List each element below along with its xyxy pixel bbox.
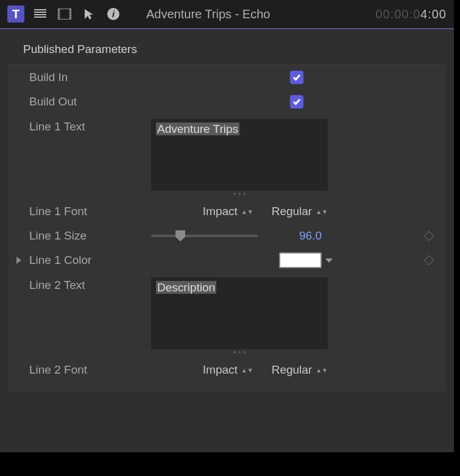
filmstrip-icon <box>58 9 71 20</box>
keyframe-button[interactable] <box>424 255 434 266</box>
titlebar: T i Adventure Trips - Echo 00:00:04:00 <box>0 0 454 28</box>
tab-paragraph[interactable] <box>32 5 49 23</box>
line1-size-slider[interactable] <box>151 235 258 237</box>
line1-text-input[interactable]: Adventure Trips <box>151 119 328 191</box>
param-line1-size: Line 1 Size 96.0 <box>9 224 445 248</box>
disclosure-triangle[interactable] <box>16 257 21 264</box>
resize-handle[interactable] <box>151 191 328 197</box>
line2-font-label: Line 2 Font <box>29 363 151 377</box>
line2-font-style-value: Regular <box>272 363 313 377</box>
param-line2-text: Line 2 Text Description <box>9 272 445 358</box>
slider-thumb[interactable] <box>175 230 185 241</box>
line2-text-input[interactable]: Description <box>151 277 328 349</box>
tab-info[interactable]: i <box>105 5 122 23</box>
line1-font-family-popup[interactable]: Impact ▲▼ <box>203 205 253 218</box>
line2-font-family-value: Impact <box>203 363 238 377</box>
line1-font-style-popup[interactable]: Regular ▲▼ <box>272 205 328 218</box>
stepper-icon: ▲▼ <box>241 210 253 213</box>
line2-text-label: Line 2 Text <box>29 277 151 292</box>
line1-text-label: Line 1 Text <box>29 119 151 133</box>
timecode-bright: 4:00 <box>420 7 447 21</box>
check-icon <box>292 74 301 81</box>
line2-font-family-popup[interactable]: Impact ▲▼ <box>203 363 253 377</box>
published-parameters-panel: Build In Build Out Line 1 Text <box>9 65 445 392</box>
param-line1-color: Line 1 Color <box>9 248 445 272</box>
cursor-icon <box>83 8 94 20</box>
param-line1-text: Line 1 Text Adventure Trips <box>9 114 445 199</box>
line1-size-label: Line 1 Size <box>29 229 151 243</box>
param-line2-font: Line 2 Font Impact ▲▼ Regular ▲▼ <box>9 358 445 382</box>
param-line1-font: Line 1 Font Impact ▲▼ Regular ▲▼ <box>9 199 445 224</box>
keyframe-button[interactable] <box>424 231 434 241</box>
chevron-down-icon[interactable] <box>325 258 333 263</box>
build-in-checkbox[interactable] <box>290 71 303 84</box>
line1-font-style-value: Regular <box>272 205 313 218</box>
clip-title: Adventure Trips - Echo <box>122 7 375 21</box>
line1-color-swatch[interactable] <box>279 252 322 268</box>
resize-handle[interactable] <box>151 349 328 355</box>
line1-font-family-value: Impact <box>203 205 238 218</box>
tab-text[interactable]: T <box>7 5 24 23</box>
stepper-icon: ▲▼ <box>316 210 328 213</box>
inspector-tabs: T i <box>7 5 122 23</box>
text-icon: T <box>12 7 19 21</box>
build-out-label: Build Out <box>29 95 151 108</box>
check-icon <box>292 98 301 105</box>
timecode-dim: 00:00:0 <box>375 7 420 21</box>
build-in-label: Build In <box>29 71 151 84</box>
paragraph-icon <box>34 9 46 19</box>
info-icon: i <box>107 7 120 21</box>
line1-size-value[interactable]: 96.0 <box>273 229 322 243</box>
line1-font-label: Line 1 Font <box>29 205 151 218</box>
tab-share[interactable] <box>80 5 97 23</box>
param-build-in: Build In <box>9 65 445 90</box>
inspector-window: T i Adventure Trips - Echo 00:00:04:00 P… <box>0 0 454 452</box>
section-title: Published Parameters <box>0 29 454 62</box>
line1-color-label: Line 1 Color <box>29 254 151 267</box>
tab-video[interactable] <box>56 5 73 23</box>
timecode: 00:00:04:00 <box>375 7 447 21</box>
stepper-icon: ▲▼ <box>316 369 328 372</box>
line2-font-style-popup[interactable]: Regular ▲▼ <box>272 363 328 377</box>
build-out-checkbox[interactable] <box>290 95 303 108</box>
param-build-out: Build Out <box>9 90 445 114</box>
stepper-icon: ▲▼ <box>241 369 253 372</box>
